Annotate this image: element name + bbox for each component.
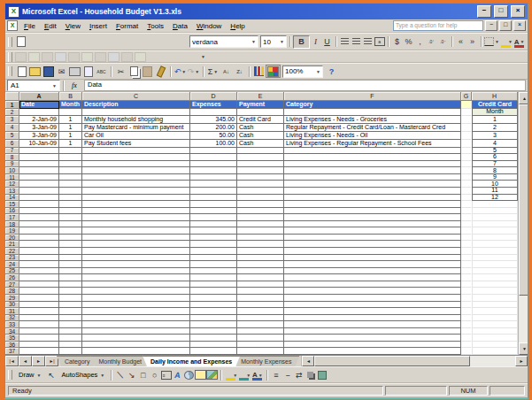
cell-D8[interactable] — [190, 154, 237, 161]
row-header-5[interactable]: 5 — [5, 132, 19, 140]
cell-D13[interactable] — [190, 188, 237, 195]
cell-D33[interactable] — [190, 321, 237, 328]
cell-D3[interactable]: 345.00 — [190, 116, 237, 124]
cell-F36[interactable] — [284, 342, 461, 349]
cell-A14[interactable] — [19, 195, 59, 202]
cell-B30[interactable] — [59, 302, 82, 309]
cell-A3[interactable]: 2-Jan-09 — [19, 116, 59, 124]
cell-H9[interactable]: 7 — [472, 161, 518, 168]
cell-G3[interactable] — [461, 116, 472, 124]
menu-data[interactable]: Data — [168, 22, 192, 30]
cell-F5[interactable]: Living Expenses - Needs - Oil — [284, 132, 461, 140]
cell-E25[interactable] — [237, 268, 284, 275]
cell-C10[interactable] — [82, 167, 190, 174]
cell-E24[interactable] — [237, 261, 284, 268]
percent-button[interactable]: % — [403, 36, 414, 48]
cell-E15[interactable] — [237, 201, 284, 208]
cell-H18[interactable] — [472, 221, 518, 228]
cell-H12[interactable]: 10 — [472, 181, 518, 188]
cell-H17[interactable] — [472, 214, 518, 221]
cell-H34[interactable] — [472, 328, 518, 335]
cell-A25[interactable] — [19, 268, 59, 275]
cell-E12[interactable] — [237, 181, 284, 188]
cell-E4[interactable]: Cash — [237, 124, 284, 132]
cell-A2[interactable] — [19, 109, 59, 116]
increase-decimal-button[interactable]: .0⁺ — [426, 36, 437, 48]
font-color-button[interactable]: A▼ — [251, 369, 264, 381]
cell-C28[interactable] — [82, 288, 190, 295]
cell-B22[interactable] — [59, 248, 82, 255]
cell-C35[interactable] — [82, 335, 190, 342]
cell-B27[interactable] — [59, 281, 82, 288]
undo-button[interactable]: ↶▼ — [173, 65, 187, 77]
row-header-7[interactable]: 7 — [5, 148, 19, 155]
menu-help[interactable]: Help — [226, 22, 249, 30]
faded-toolbar-icon[interactable] — [68, 52, 80, 62]
workbook-icon[interactable]: X — [7, 20, 18, 31]
align-left-button[interactable] — [339, 36, 351, 48]
cell-B19[interactable] — [59, 227, 82, 235]
cell-B8[interactable] — [59, 154, 82, 161]
cell-E37[interactable] — [237, 348, 284, 355]
cell-H14[interactable]: 12 — [472, 195, 518, 202]
diagram-button[interactable] — [183, 369, 195, 381]
cell-A10[interactable] — [19, 167, 59, 174]
cell-B9[interactable] — [59, 161, 82, 168]
scroll-down-button[interactable]: ▼ — [519, 342, 528, 355]
column-header-G[interactable]: G — [461, 92, 472, 101]
cell-F16[interactable] — [284, 208, 461, 215]
new-button[interactable] — [15, 65, 28, 77]
cell-G16[interactable] — [461, 208, 472, 215]
save-button[interactable] — [42, 65, 55, 77]
tab-nav-button-1[interactable]: ◄ — [19, 356, 32, 366]
cell-C1[interactable]: Description — [82, 101, 190, 109]
format-painter-button[interactable] — [154, 65, 167, 77]
sort-ascending-button[interactable]: A↓ — [220, 65, 233, 77]
cell-F13[interactable] — [284, 188, 461, 195]
cell-D31[interactable] — [190, 308, 237, 315]
cell-A8[interactable] — [19, 154, 59, 161]
cell-H11[interactable]: 9 — [472, 174, 518, 181]
decrease-indent-button[interactable]: « — [455, 36, 466, 48]
cell-E21[interactable] — [237, 241, 284, 248]
row-header-14[interactable]: 14 — [5, 195, 19, 202]
cell-E1[interactable]: Payment — [237, 101, 284, 109]
cell-E23[interactable] — [237, 255, 284, 262]
cell-A24[interactable] — [19, 261, 59, 268]
cell-C4[interactable]: Pay Mastercard - minimum payment — [82, 124, 190, 132]
cell-B26[interactable] — [59, 274, 82, 281]
cell-C21[interactable] — [82, 241, 190, 248]
menu-view[interactable]: View — [61, 22, 85, 30]
cell-A27[interactable] — [19, 281, 59, 288]
cell-C32[interactable] — [82, 315, 190, 322]
cell-A17[interactable] — [19, 214, 59, 221]
cell-C24[interactable] — [82, 261, 190, 268]
cell-G37[interactable] — [461, 348, 472, 355]
font-name-select[interactable]: verdana▼ — [189, 35, 258, 48]
row-header-29[interactable]: 29 — [5, 295, 19, 302]
cell-E19[interactable] — [237, 227, 284, 235]
faded-toolbar-icon[interactable] — [42, 52, 53, 62]
cell-H1[interactable]: Credit Card — [472, 101, 518, 109]
cell-H26[interactable] — [472, 274, 518, 281]
cell-H15[interactable] — [472, 201, 518, 208]
menu-file[interactable]: File — [19, 22, 40, 30]
tab-nav-button-0[interactable]: |◄ — [5, 356, 19, 366]
column-header-F[interactable]: F — [284, 92, 461, 101]
cell-F14[interactable] — [284, 195, 461, 202]
cell-D36[interactable] — [190, 342, 237, 349]
cell-E36[interactable] — [237, 342, 284, 349]
cell-H33[interactable] — [472, 321, 518, 328]
toolbar-options-chevron[interactable]: ▼ — [201, 54, 205, 59]
cell-C31[interactable] — [82, 308, 190, 315]
cell-G25[interactable] — [461, 268, 472, 275]
cell-D12[interactable] — [190, 181, 237, 188]
maximize-button[interactable]: □ — [494, 5, 508, 18]
cell-A29[interactable] — [19, 295, 59, 302]
decrease-decimal-button[interactable]: .0⁻ — [437, 36, 449, 48]
row-header-18[interactable]: 18 — [5, 221, 19, 228]
cell-G32[interactable] — [461, 315, 472, 322]
cell-H27[interactable] — [472, 281, 518, 288]
cell-E16[interactable] — [237, 208, 284, 215]
sheet-tab-daily-income-and-expenses[interactable]: Daily Income and Expenses — [143, 356, 240, 366]
